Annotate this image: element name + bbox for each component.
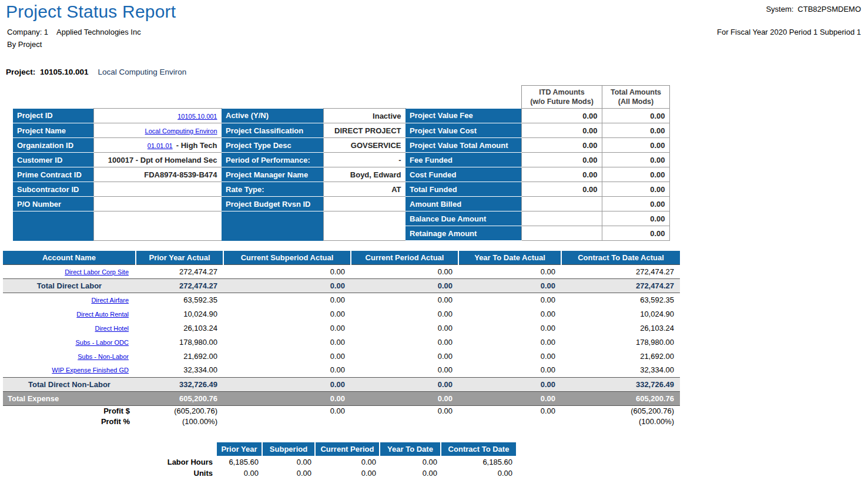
total-amounts-header-line2: (All Mods): [618, 98, 653, 106]
info-left-value-filler: [93, 211, 222, 241]
header-subperiod: Subperiod: [262, 442, 315, 456]
system-line: System:CTB82PSMDEMO: [766, 5, 861, 14]
amount-cell: 0.00: [351, 264, 458, 278]
amount-cell: 0.00: [223, 377, 351, 391]
hours-header-spacer: [141, 442, 216, 456]
amount-cell: 0.00: [458, 278, 561, 293]
info-label-project-value-total: Project Value Total Amount: [405, 138, 521, 153]
amount-cell: 0.00: [458, 264, 561, 278]
info-value-prime-contract-id: FDA8974-8539-B474: [93, 167, 222, 182]
amount-cell: 0.00: [223, 307, 351, 321]
info-value-po-number: [93, 197, 222, 211]
profit-percent-row: Profit % (100.00%) (100.00%): [3, 416, 680, 426]
total-amount-cell: 0.00: [602, 109, 669, 123]
info-label-rate-type: Rate Type:: [222, 182, 323, 197]
amount-cell: (605,200.76): [561, 405, 680, 416]
organization-id-link[interactable]: 01.01.01: [148, 142, 173, 149]
amount-cell: 605,200.76: [561, 391, 680, 405]
total-amounts-header: Total Amounts (All Mods): [602, 86, 670, 109]
project-name-link[interactable]: Local Computing Environ: [145, 127, 217, 135]
project-name-text: Local Computing Environ: [98, 68, 186, 76]
amount-cell: 332,726.49: [136, 377, 223, 391]
itd-amount-cell: 0.00: [521, 123, 602, 138]
total-row-direct-non-labor: Total Direct Non-Labor 332,726.49 0.00 0…: [3, 377, 680, 391]
total-amount-cell: 0.00: [602, 123, 669, 138]
amount-cell: 332,726.49: [561, 377, 680, 391]
info-value-subcontractor-id: [93, 182, 222, 197]
amount-cell: 272,474.27: [561, 264, 680, 278]
itd-amount-cell: 0.00: [521, 153, 602, 167]
itd-amount-cell: [521, 226, 602, 241]
amount-cell: 0.00: [351, 363, 458, 377]
amounts-column-headers: ITD Amounts (w/o Future Mods) Total Amou…: [521, 85, 670, 109]
account-link[interactable]: Direct Auto Rental: [76, 311, 129, 318]
itd-amount-cell: 0.00: [521, 167, 602, 182]
info-label-customer-id: Customer ID: [13, 153, 93, 167]
account-link[interactable]: Subs - Non-Labor: [78, 353, 129, 360]
info-value-project-classification: DIRECT PROJECT: [323, 123, 405, 138]
project-id-link[interactable]: 10105.10.001: [177, 113, 217, 120]
amount-cell: 63,592.35: [561, 293, 680, 307]
info-label-project-type-desc: Project Type Desc: [222, 138, 323, 153]
account-link[interactable]: Direct Labor Corp Site: [65, 268, 129, 276]
info-label-project-name: Project Name: [13, 123, 93, 138]
header-year-to-date: Year To Date: [380, 442, 441, 456]
units-cell: 0.00: [441, 468, 516, 477]
info-label-project-budget-rvsn-id: Project Budget Rvsn ID: [222, 197, 323, 211]
header-account-name: Account Name: [3, 251, 136, 264]
total-label: Total Direct Labor: [3, 278, 136, 293]
itd-amount-cell: 0.00: [521, 109, 602, 123]
amount-cell: [351, 416, 458, 426]
account-link[interactable]: Subs - Labor ODC: [76, 339, 129, 346]
account-summary-table: Account Name Prior Year Actual Current S…: [3, 251, 680, 426]
account-link[interactable]: Direct Airfare: [91, 297, 129, 304]
total-amount-cell: 0.00: [602, 167, 669, 182]
units-cell: 0.00: [380, 468, 441, 477]
amount-cell: 0.00: [351, 307, 458, 321]
units-label: Units: [141, 468, 216, 477]
amount-cell: 0.00: [351, 377, 458, 391]
header-current-period-actual: Current Period Actual: [351, 251, 458, 264]
company-name: Applied Technologies Inc: [56, 28, 141, 36]
amount-cell: 0.00: [458, 293, 561, 307]
account-link[interactable]: Direct Hotel: [95, 325, 129, 332]
amount-cell: 605,200.76: [136, 391, 223, 405]
info-label-subcontractor-id: Subcontractor ID: [13, 182, 93, 197]
amount-cell: 32,334.00: [136, 363, 223, 377]
info-label-active: Active (Y/N): [222, 109, 323, 123]
header-current-subperiod-actual: Current Subperiod Actual: [223, 251, 351, 264]
itd-amounts-header-line1: ITD Amounts: [539, 88, 584, 96]
total-amount-cell: 0.00: [602, 226, 669, 241]
account-row-subs-labor-odc: Subs - Labor ODC 178,980.00 0.00 0.00 0.…: [3, 335, 680, 349]
info-value-rate-type: AT: [323, 182, 405, 197]
total-amounts-header-line1: Total Amounts: [611, 88, 661, 96]
amount-cell: (100.00%): [561, 416, 680, 426]
total-expense-label: Total Expense: [3, 391, 136, 405]
info-label-balance-due: Balance Due Amount: [405, 211, 521, 226]
header-current-period: Current Period: [315, 442, 380, 456]
info-label-organization-id: Organization ID: [13, 138, 93, 153]
amount-cell: 0.00: [458, 349, 561, 363]
project-info-middle: Active (Y/N) Inactive Project Classifica…: [222, 108, 406, 241]
amount-cell: 0.00: [351, 321, 458, 335]
company-label: Company: 1: [7, 28, 48, 36]
itd-amounts-header: ITD Amounts (w/o Future Mods): [522, 86, 602, 109]
amount-cell: 0.00: [458, 363, 561, 377]
total-amount-cell: 0.00: [602, 138, 669, 153]
account-row-direct-airfare: Direct Airfare 63,592.35 0.00 0.00 0.00 …: [3, 293, 680, 307]
amount-cell: 0.00: [223, 363, 351, 377]
amount-cell: 0.00: [351, 405, 458, 416]
amount-cell: 0.00: [351, 335, 458, 349]
info-middle-value-filler: [323, 211, 405, 241]
project-header-line: Project: 10105.10.001 Local Computing En…: [6, 68, 186, 76]
account-link[interactable]: WIP Expense Finished GD: [52, 367, 129, 374]
units-cell: 0.00: [262, 468, 315, 477]
amount-cell: 0.00: [223, 391, 351, 405]
info-label-project-value-cost: Project Value Cost: [405, 123, 521, 138]
account-table-header-row: Account Name Prior Year Actual Current S…: [3, 251, 680, 264]
amount-cell: 0.00: [351, 391, 458, 405]
amount-cell: 0.00: [458, 335, 561, 349]
project-label: Project:: [6, 68, 35, 76]
amount-cell: 0.00: [458, 377, 561, 391]
amount-cell: [458, 416, 561, 426]
